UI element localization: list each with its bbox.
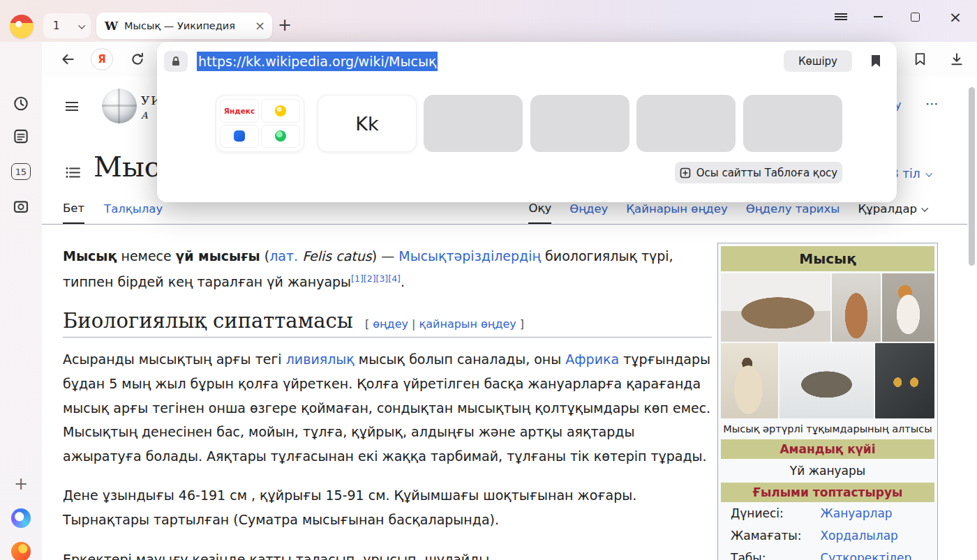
contents-icon[interactable] <box>66 166 81 182</box>
tab-counter-badge[interactable]: 15 <box>11 163 31 180</box>
ref-3[interactable]: [3] <box>376 273 389 284</box>
cat-photo-gray[interactable] <box>875 343 934 418</box>
cat-photo-tabby-lying[interactable] <box>721 273 830 342</box>
squared-plus-icon <box>680 167 691 179</box>
infobox-status-header: Амандық күйі <box>721 439 934 459</box>
screenshot-icon[interactable] <box>13 198 29 218</box>
edit-link[interactable]: өңдеу <box>373 317 408 331</box>
bold-term: үй мысығы <box>176 248 260 264</box>
infobox: Мысық Мысық әртүрлі тұқымдарының алтысы … <box>717 243 938 560</box>
link-felidae[interactable]: Мысықтәрізділердің <box>398 248 541 264</box>
article-body: Мысық немесе үй мысығы (лат. Felis catus… <box>63 244 712 560</box>
address-input[interactable]: https://kk.wikipedia.org/wiki/Мысық <box>197 54 438 69</box>
cat-photo-white-red[interactable] <box>882 273 935 342</box>
link-libyan-cat[interactable]: ливиялық <box>286 351 355 367</box>
body-paragraph: Асыранды мысықтың арғы тегі ливиялық мыс… <box>63 347 712 468</box>
history-icon[interactable] <box>13 96 29 114</box>
tab-group-pill[interactable]: 1 <box>43 13 91 38</box>
lock-icon[interactable] <box>164 51 188 72</box>
maximize-button[interactable] <box>909 8 920 25</box>
tablo-tile-empty[interactable] <box>424 95 523 152</box>
copy-url-button[interactable]: Көшіру <box>784 50 852 72</box>
chevron-down-icon <box>78 22 85 29</box>
edit-source-link[interactable]: қайнарын өңдеу <box>419 317 516 331</box>
new-tab-button[interactable]: + <box>278 15 292 35</box>
url-row: https://kk.wikipedia.org/wiki/Мысық Көші… <box>157 42 897 72</box>
ref-4[interactable]: [4] <box>388 273 401 284</box>
bold-term: Мысық <box>63 248 117 264</box>
tab-page[interactable]: Бет <box>63 194 84 224</box>
chevron-down-icon <box>925 169 932 176</box>
address-bar-panel: https://kk.wikipedia.org/wiki/Мысық Көші… <box>157 42 897 202</box>
bookmark-icon[interactable] <box>870 54 881 68</box>
cat-photo-abyssinian[interactable] <box>832 273 880 342</box>
browser-sidebar: 15 + ⋯ <box>0 42 42 560</box>
section-heading-row: Биологиялық сипаттамасы [ өңдеу | қайнар… <box>63 309 712 338</box>
wikipedia-favicon: W <box>105 19 118 33</box>
ref-1[interactable]: [1] <box>351 273 364 284</box>
tablo-tile-empty[interactable] <box>743 95 842 152</box>
infobox-title: Мысық <box>721 246 934 271</box>
tab-group-count: 1 <box>53 20 60 32</box>
wiki-more-icon[interactable]: ⋯ <box>925 96 939 111</box>
refresh-icon[interactable] <box>130 52 145 70</box>
tab-title: Мысық — Уикипедия <box>124 20 249 31</box>
link-africa[interactable]: Африка <box>565 351 619 367</box>
wikipedia-logo[interactable] <box>102 89 137 123</box>
add-to-tablo-button[interactable]: Осы сайтты Таблоға қосу <box>675 162 842 183</box>
link-latin[interactable]: лат. <box>269 248 298 264</box>
cat-photo-snow-tabby[interactable] <box>780 343 874 418</box>
tab-bar: 1 W Мысық — Уикипедия × + × <box>0 0 977 42</box>
infobox-taxonomy-header: Ғылыми топтастыруы <box>721 483 934 502</box>
section-edit-links: [ өңдеу | қайнарын өңдеу ] <box>365 317 524 331</box>
reference-links: [1][2][3][4] <box>351 271 401 285</box>
tablo-tile-yandex-services[interactable]: Яндекс <box>216 95 304 152</box>
page-scrollbar[interactable] <box>969 84 976 555</box>
infobox-caption: Мысық әртүрлі тұқымдарының алтысы <box>721 418 934 439</box>
yandex-search-button[interactable]: Я <box>91 48 113 70</box>
taxonomy-row: Жамағаты: Хордалылар <box>721 524 934 547</box>
taxonomy-row: Дүниесі: Жануарлар <box>721 502 934 524</box>
cat-photo-siamese[interactable] <box>721 343 778 418</box>
language-selector[interactable]: 3 тіл <box>891 167 931 181</box>
link-class[interactable]: Сүтқоректілер <box>820 551 911 560</box>
ref-2[interactable]: [2] <box>364 273 376 284</box>
downloads-icon[interactable] <box>949 52 964 70</box>
lead-paragraph: Мысық немесе үй мысығы (лат. Felis catus… <box>63 244 712 294</box>
alice-assistant-icon[interactable] <box>11 508 31 528</box>
section-heading: Биологиялық сипаттамасы <box>63 309 353 333</box>
chevron-down-icon <box>921 205 928 212</box>
yandex-service-blue-icon[interactable] <box>220 125 259 149</box>
link-phylum[interactable]: Хордалылар <box>820 529 897 543</box>
body-paragraph: Еркектері мауығу кезінде қатты таласып, … <box>63 547 712 560</box>
wikipedia-tagline: А <box>141 110 148 121</box>
collections-icon[interactable] <box>913 52 927 69</box>
browser-tab[interactable]: W Мысық — Уикипедия × <box>96 13 272 39</box>
tab-talk[interactable]: Талқылау <box>104 194 163 224</box>
close-window-button[interactable]: × <box>948 8 962 25</box>
tablo-tile-current-site[interactable]: Kk <box>318 95 417 152</box>
yandex-service-yellow-icon[interactable] <box>261 99 300 123</box>
sidebar-add-icon[interactable]: + <box>14 474 28 494</box>
browser-menu-icon[interactable] <box>835 8 847 25</box>
taxonomy-row: Табы: Сүтқоректілер <box>721 547 934 560</box>
profile-avatar[interactable] <box>10 15 33 38</box>
latin-name: Felis catus <box>302 248 372 264</box>
link-kingdom[interactable]: Жануарлар <box>820 506 892 520</box>
infobox-image-grid <box>721 273 934 418</box>
yandex-service-green-icon[interactable] <box>261 125 300 149</box>
wiki-menu-icon[interactable] <box>66 100 78 114</box>
body-paragraph: Дене ұзындығы 46-191 см , құйрығы 15-91 … <box>63 483 712 531</box>
tab-close-icon[interactable]: × <box>255 20 265 32</box>
tablo-tile-empty[interactable] <box>530 95 629 152</box>
zen-icon[interactable] <box>11 542 31 560</box>
back-icon[interactable] <box>60 52 75 70</box>
selected-url-text[interactable]: https://kk.wikipedia.org/wiki/Мысық <box>197 52 438 71</box>
feed-icon[interactable] <box>13 128 29 147</box>
minimize-button[interactable] <box>872 8 883 25</box>
tablo-tile-empty[interactable] <box>636 95 736 152</box>
scrollbar-thumb[interactable] <box>969 87 975 266</box>
infobox-status-value: Үй жануары <box>721 459 934 483</box>
yandex-logo[interactable]: Яндекс <box>220 99 259 123</box>
